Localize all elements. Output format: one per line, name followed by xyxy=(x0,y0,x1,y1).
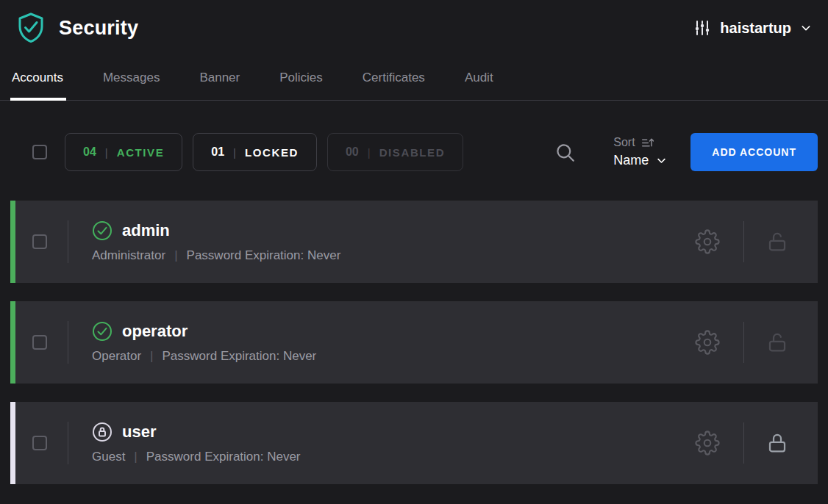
app-header: Security haistartup xyxy=(0,0,828,48)
accounts-toolbar: 04 | ACTIVE 01 | LOCKED 00 | DISABLED So… xyxy=(10,133,818,171)
filter-divider: | xyxy=(105,146,108,159)
check-circle-icon xyxy=(92,220,113,241)
row-subtitle: Guest | Password Expiration: Never xyxy=(92,450,695,464)
row-divider xyxy=(68,321,68,364)
sort-value-row[interactable]: Name xyxy=(613,153,667,168)
tab-messages[interactable]: Messages xyxy=(103,62,160,100)
row-main: user Guest | Password Expiration: Never xyxy=(92,422,695,464)
row-title: admin xyxy=(92,220,695,241)
row-main: admin Administrator | Password Expiratio… xyxy=(92,220,695,263)
account-menu[interactable]: haistartup xyxy=(693,19,812,37)
filter-disabled-count: 00 xyxy=(346,145,359,159)
row-actions xyxy=(695,322,788,363)
row-title: user xyxy=(92,422,695,442)
filter-active-label: ACTIVE xyxy=(117,146,165,159)
actions-divider xyxy=(743,322,744,363)
filter-active-count: 04 xyxy=(83,145,96,159)
filter-locked-label: LOCKED xyxy=(245,146,299,159)
shield-check-icon xyxy=(15,12,47,44)
filter-divider: | xyxy=(233,146,236,159)
sort-label-row: Sort xyxy=(613,136,667,149)
account-role: Administrator xyxy=(92,248,165,263)
subtitle-divider: | xyxy=(150,349,153,364)
row-checkbox[interactable] xyxy=(32,234,47,249)
account-name: user xyxy=(122,422,156,442)
filter-disabled[interactable]: 00 | DISABLED xyxy=(327,133,463,171)
sort-value[interactable]: Name xyxy=(613,153,649,168)
gear-icon[interactable] xyxy=(695,431,720,456)
search-icon[interactable] xyxy=(555,143,575,162)
lock-circle-icon xyxy=(92,422,113,442)
tab-banner[interactable]: Banner xyxy=(199,62,240,100)
row-divider xyxy=(68,220,68,263)
row-title: operator xyxy=(92,321,695,342)
sliders-icon[interactable] xyxy=(693,19,711,37)
sort-control[interactable]: Sort Name xyxy=(613,136,667,168)
select-all-checkbox[interactable] xyxy=(32,145,47,159)
chevron-down-icon[interactable] xyxy=(800,22,812,34)
subtitle-divider: | xyxy=(134,450,137,464)
row-actions xyxy=(695,221,788,262)
actions-divider xyxy=(743,221,744,262)
tab-certificates[interactable]: Certificates xyxy=(363,62,425,100)
account-password-expiration: Password Expiration: Never xyxy=(163,349,317,364)
tab-policies[interactable]: Policies xyxy=(279,62,323,100)
check-circle-icon xyxy=(92,321,113,342)
chevron-down-icon[interactable] xyxy=(656,155,667,166)
row-subtitle: Administrator | Password Expiration: Nev… xyxy=(92,248,695,263)
account-name: operator xyxy=(122,322,188,341)
account-row-operator: operator Operator | Password Expiration:… xyxy=(10,301,818,384)
row-checkbox[interactable] xyxy=(32,436,47,450)
account-name: admin xyxy=(122,221,170,240)
lock-icon[interactable] xyxy=(766,432,788,454)
filter-divider: | xyxy=(368,146,371,159)
tab-accounts[interactable]: Accounts xyxy=(12,62,63,100)
gear-icon[interactable] xyxy=(695,229,720,254)
actions-divider xyxy=(743,422,744,464)
row-divider xyxy=(68,422,68,464)
add-account-button[interactable]: ADD ACCOUNT xyxy=(690,133,818,171)
filter-disabled-label: DISABLED xyxy=(379,146,445,159)
sort-label: Sort xyxy=(613,136,635,149)
unlock-icon[interactable] xyxy=(766,231,788,253)
account-password-expiration: Password Expiration: Never xyxy=(187,248,341,263)
tab-audit[interactable]: Audit xyxy=(465,62,493,100)
row-actions xyxy=(695,422,788,464)
account-role: Guest xyxy=(92,450,125,464)
gear-icon[interactable] xyxy=(695,330,720,355)
row-main: operator Operator | Password Expiration:… xyxy=(92,321,695,364)
page-title: Security xyxy=(59,17,138,40)
sort-arrows-icon xyxy=(641,137,654,149)
account-row-user: user Guest | Password Expiration: Never xyxy=(10,402,818,484)
account-row-admin: admin Administrator | Password Expiratio… xyxy=(10,201,818,283)
header-left: Security xyxy=(15,12,138,44)
unlock-icon[interactable] xyxy=(766,331,788,353)
account-list: admin Administrator | Password Expiratio… xyxy=(10,201,818,484)
row-checkbox[interactable] xyxy=(32,335,47,350)
tenant-name[interactable]: haistartup xyxy=(720,20,791,37)
tab-bar: Accounts Messages Banner Policies Certif… xyxy=(0,62,828,101)
filter-locked-count: 01 xyxy=(211,145,224,159)
row-subtitle: Operator | Password Expiration: Never xyxy=(92,349,695,364)
subtitle-divider: | xyxy=(174,248,177,263)
filter-active[interactable]: 04 | ACTIVE xyxy=(65,133,182,171)
account-role: Operator xyxy=(92,349,141,364)
filter-locked[interactable]: 01 | LOCKED xyxy=(193,133,317,171)
account-password-expiration: Password Expiration: Never xyxy=(146,450,301,464)
